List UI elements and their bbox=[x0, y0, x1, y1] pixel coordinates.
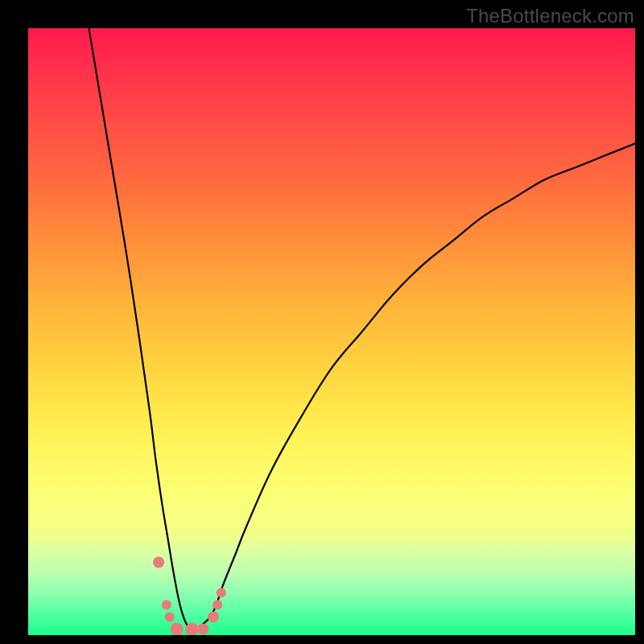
curve-marker bbox=[213, 600, 222, 609]
curve-marker bbox=[197, 624, 208, 635]
curve-marker bbox=[171, 623, 184, 636]
curve-marker bbox=[165, 612, 175, 621]
bottleneck-curve-path bbox=[89, 28, 635, 630]
bottleneck-curve-svg bbox=[28, 28, 635, 635]
highlight-band bbox=[28, 497, 635, 547]
curve-marker bbox=[217, 588, 226, 597]
curve-markers bbox=[153, 557, 226, 636]
watermark-text: TheBottleneck.com bbox=[466, 5, 634, 27]
curve-marker bbox=[208, 611, 219, 622]
curve-marker bbox=[186, 623, 199, 636]
chart-plot-area bbox=[28, 28, 635, 635]
curve-marker bbox=[153, 557, 164, 568]
chart-frame: TheBottleneck.com bbox=[0, 0, 644, 644]
curve-marker bbox=[162, 600, 171, 609]
